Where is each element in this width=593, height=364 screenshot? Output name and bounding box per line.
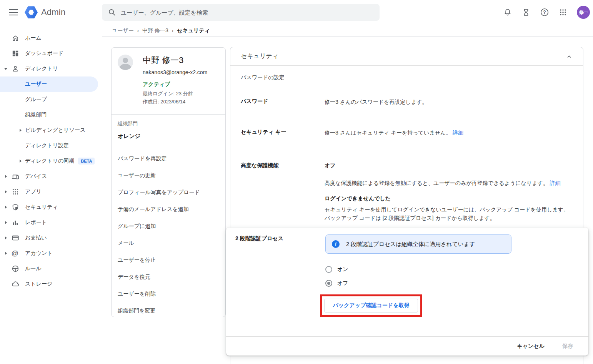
radio-option-on[interactable]: オン (325, 266, 348, 273)
dashboard-icon (12, 50, 19, 57)
expand-right-icon[interactable] (3, 206, 8, 209)
apps-grid-icon[interactable] (558, 8, 568, 17)
user-profile-card: 中野 修一3 nakanos3@orange-x2.com アクティブ 最終ログ… (111, 47, 226, 317)
sidebar-item-users[interactable]: ユーザー (0, 76, 98, 92)
sidebar-item-rules[interactable]: ルール (0, 261, 102, 276)
admin-hexagon-icon (25, 6, 38, 19)
sidebar-item-security[interactable]: セキュリティ (0, 199, 102, 215)
advanced-protection-details-link[interactable]: 詳細 (550, 180, 561, 186)
help-icon[interactable]: ? (540, 8, 549, 17)
user-actions-list: パスワードを再設定 ユーザーの更新 プロフィール写真をアップロード 予備のメール… (112, 147, 225, 317)
expand-right-icon[interactable] (3, 252, 8, 255)
at-icon: @ (12, 249, 19, 257)
hourglass-tasks-icon[interactable] (521, 8, 531, 17)
sidebar-item-account[interactable]: @ アカウント (0, 246, 102, 261)
sidebar-item-dashboard[interactable]: ダッシュボード (0, 46, 102, 61)
backup-codes-paragraph: セキュリティ キーを使用してログインできないユーザーには、バックアップ コードを… (325, 206, 572, 222)
password-desc: 修一3 さんのパスワードを再設定します。 (325, 98, 572, 106)
sidebar-item-home[interactable]: ホーム (0, 30, 102, 46)
breadcrumb-current: セキュリティ (177, 27, 210, 34)
expand-right-icon[interactable] (3, 221, 8, 224)
search-bar[interactable] (102, 4, 380, 21)
action-restore-data[interactable]: データを復元 (112, 269, 225, 286)
action-delete-user[interactable]: ユーザーを削除 (112, 286, 225, 303)
user-avatar[interactable]: 修一 (577, 6, 590, 19)
action-update-user[interactable]: ユーザーの更新 (112, 167, 225, 184)
cloud-icon (12, 280, 19, 288)
expand-right-icon[interactable] (18, 160, 23, 163)
status-badge: アクティブ (143, 81, 219, 88)
action-suspend-user[interactable]: ユーザーを停止 (112, 252, 225, 269)
sidebar-item-directory-settings[interactable]: ディレクトリ設定 (0, 138, 102, 153)
sidebar-item-billing[interactable]: お支払い (0, 230, 102, 246)
action-reset-password[interactable]: パスワードを再設定 (112, 150, 225, 167)
cancel-button[interactable]: キャンセル (517, 343, 545, 350)
bar-chart-icon (12, 219, 19, 226)
card-footer: キャンセル 保存 (226, 336, 588, 356)
get-backup-codes-button[interactable]: バックアップ確認コードを取得 (324, 299, 418, 312)
advanced-protection-value: オフ (325, 162, 572, 169)
org-unit-label: 組織部門 (118, 120, 219, 127)
password-settings-subtitle: パスワードの設定 (241, 74, 572, 81)
save-button[interactable]: 保存 (562, 343, 573, 350)
action-upload-photo[interactable]: プロフィール写真をアップロード (112, 184, 225, 201)
sidebar-item-org-units[interactable]: 組織部門 (0, 107, 102, 123)
expand-right-icon[interactable] (18, 129, 23, 132)
action-change-org-unit[interactable]: 組織部門を変更 (112, 303, 225, 317)
breadcrumb-users-link[interactable]: ユーザー (112, 27, 134, 34)
action-add-to-groups[interactable]: グループに追加 (112, 218, 225, 235)
info-banner-text: 2 段階認証プロセスは組織全体に適用されています (346, 241, 475, 248)
info-icon: i (332, 240, 340, 248)
profile-avatar (118, 55, 133, 70)
sidebar-item-devices[interactable]: デバイス (0, 169, 102, 184)
admin-logo[interactable]: Admin (25, 6, 65, 19)
breadcrumb: ユーザー › 中野 修一3 › セキュリティ (102, 25, 593, 37)
sidebar-item-apps[interactable]: アプリ (0, 184, 102, 199)
breadcrumb-separator: › (168, 28, 177, 33)
user-name: 中野 修一3 (143, 55, 207, 66)
advanced-protection-label: 高度な保護機能 (241, 162, 325, 169)
shield-icon (12, 203, 19, 211)
security-key-desc: 修一3 さんはセキュリティ キーを持っていません。 (325, 130, 451, 136)
radio-option-off[interactable]: オフ (325, 280, 348, 287)
breadcrumb-user-link[interactable]: 中野 修一3 (142, 27, 168, 34)
sidebar-item-directory-sync[interactable]: ディレクトリの同期 BETA (0, 153, 102, 169)
security-key-row: セキュリティ キー 修一3 さんはセキュリティ キーを持っていません。 詳細 (241, 129, 572, 137)
steering-wheel-icon (12, 265, 19, 273)
password-row: パスワード 修一3 さんのパスワードを再設定します。 (241, 98, 572, 106)
sidebar-item-storage[interactable]: ストレージ (0, 276, 102, 292)
org-unit-value: オレンジ (118, 133, 219, 140)
sidebar-item-groups[interactable]: グループ (0, 92, 102, 107)
user-email: nakanos3@orange-x2.com (143, 69, 207, 75)
search-icon (108, 8, 116, 16)
top-app-bar: Admin ? (0, 0, 593, 25)
expand-right-icon[interactable] (3, 236, 8, 239)
sidebar-item-reports[interactable]: レポート (0, 215, 102, 230)
security-key-details-link[interactable]: 詳細 (453, 130, 463, 136)
created-date: 作成日: 2023/06/14 (143, 98, 219, 106)
menu-icon[interactable] (9, 8, 18, 17)
two-step-verification-card: 2 段階認証プロセス i 2 段階認証プロセスは組織全体に適用されています オン… (226, 228, 588, 356)
sidebar-nav: ホーム ダッシュボード ディレクトリ ユーザー グループ 組織部門 ビルディング… (0, 25, 102, 292)
radio-selected-icon[interactable] (325, 280, 332, 287)
breadcrumb-separator: › (134, 28, 142, 33)
action-add-recovery-email[interactable]: 予備のメールアドレスを追加 (112, 201, 225, 218)
expand-down-icon[interactable] (3, 68, 8, 70)
credit-card-icon (12, 234, 19, 242)
collapse-chevron-up-icon[interactable] (564, 51, 575, 62)
radio-unselected-icon[interactable] (325, 266, 332, 273)
app-title: Admin (41, 7, 65, 17)
advanced-protection-desc: 高度な保護機能による登録を無効にすると、ユーザーのみが再登録できるようになります… (325, 180, 548, 186)
last-login: 最終ログイン: 23 分前 (143, 90, 219, 98)
password-label: パスワード (241, 98, 325, 105)
notifications-bell-icon[interactable] (503, 8, 512, 17)
expand-right-icon[interactable] (3, 175, 8, 178)
sidebar-item-directory[interactable]: ディレクトリ (0, 61, 102, 76)
search-input[interactable] (121, 9, 373, 16)
beta-badge: BETA (78, 158, 95, 165)
expand-right-icon[interactable] (3, 190, 8, 193)
action-email[interactable]: メール (112, 235, 225, 252)
sidebar-item-buildings-resources[interactable]: ビルディングとリソース (0, 123, 102, 138)
devices-icon (12, 173, 19, 180)
two-step-label: 2 段階認証プロセス (235, 235, 283, 242)
